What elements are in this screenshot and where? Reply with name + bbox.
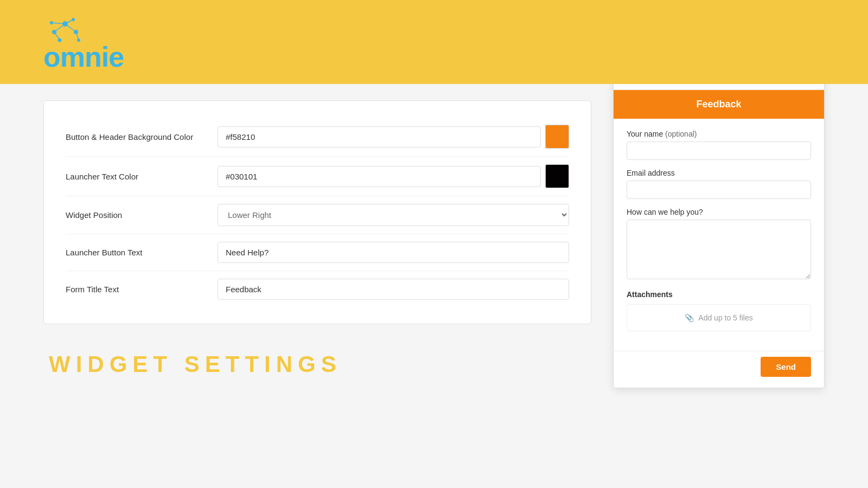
input-wrapper-position: Lower Right Lower Left Upper Right Upper…: [218, 204, 569, 226]
textarea-help[interactable]: [627, 220, 811, 279]
logo-text: omnie: [43, 43, 124, 71]
form-body: Your name (optional) Email address How c…: [614, 119, 824, 351]
optional-text: (optional): [665, 130, 697, 138]
logo-icon: [43, 13, 87, 46]
label-help: How can we help you?: [627, 208, 811, 216]
setting-row-form-title: Form Title Text: [66, 271, 569, 307]
input-button-text[interactable]: [218, 242, 569, 263]
input-name[interactable]: [627, 142, 811, 160]
right-panel: ? Need Help? Feedback Your name (optiona…: [613, 16, 825, 472]
field-email: Email address: [627, 169, 811, 199]
paperclip-icon: 📎: [685, 313, 694, 322]
logo-container: omnie: [43, 13, 124, 71]
setting-row-button-text: Launcher Button Text: [66, 234, 569, 271]
form-title: Feedback: [696, 99, 741, 110]
attachments-area[interactable]: 📎 Add up to 5 files: [627, 304, 811, 331]
settings-card: Button & Header Background Color Launche…: [43, 100, 591, 324]
input-wrapper-button-text: [218, 242, 569, 263]
main-content: Button & Header Background Color Launche…: [0, 84, 868, 488]
setting-row-bg-color: Button & Header Background Color: [66, 117, 569, 157]
select-position[interactable]: Lower Right Lower Left Upper Right Upper…: [218, 204, 569, 226]
header: omnie: [0, 0, 868, 84]
color-swatch-bg[interactable]: [545, 125, 569, 149]
label-name: Your name (optional): [627, 130, 811, 138]
setting-row-position: Widget Position Lower Right Lower Left U…: [66, 196, 569, 234]
attachments-hint: Add up to 5 files: [698, 313, 752, 322]
svg-line-7: [54, 24, 65, 32]
left-panel: Button & Header Background Color Launche…: [43, 100, 591, 472]
label-text-color: Launcher Text Color: [66, 172, 218, 181]
widget-settings-title: WIDGET SETTINGS: [43, 351, 591, 377]
input-wrapper-text-color: [218, 164, 569, 188]
label-position: Widget Position: [66, 210, 218, 220]
widget-form: Feedback Your name (optional) Email addr…: [614, 89, 824, 388]
input-form-title[interactable]: [218, 279, 569, 300]
label-email: Email address: [627, 169, 811, 177]
send-button[interactable]: Send: [761, 357, 811, 377]
setting-row-text-color: Launcher Text Color: [66, 157, 569, 196]
input-wrapper-bg-color: [218, 125, 569, 149]
attachments-label: Attachments: [627, 290, 811, 299]
field-name: Your name (optional): [627, 130, 811, 160]
label-button-text: Launcher Button Text: [66, 248, 218, 257]
color-swatch-text[interactable]: [545, 164, 569, 188]
input-bg-color[interactable]: [218, 126, 541, 147]
send-row: Send: [614, 351, 824, 388]
input-email[interactable]: [627, 181, 811, 199]
label-bg-color: Button & Header Background Color: [66, 132, 218, 142]
field-help: How can we help you?: [627, 208, 811, 281]
input-text-color[interactable]: [218, 166, 541, 187]
attachments-section: Attachments 📎 Add up to 5 files: [627, 290, 811, 331]
form-header: Feedback: [614, 90, 824, 119]
input-wrapper-form-title: [218, 279, 569, 300]
label-form-title: Form Title Text: [66, 285, 218, 294]
svg-line-11: [54, 32, 60, 40]
svg-line-8: [65, 24, 76, 32]
